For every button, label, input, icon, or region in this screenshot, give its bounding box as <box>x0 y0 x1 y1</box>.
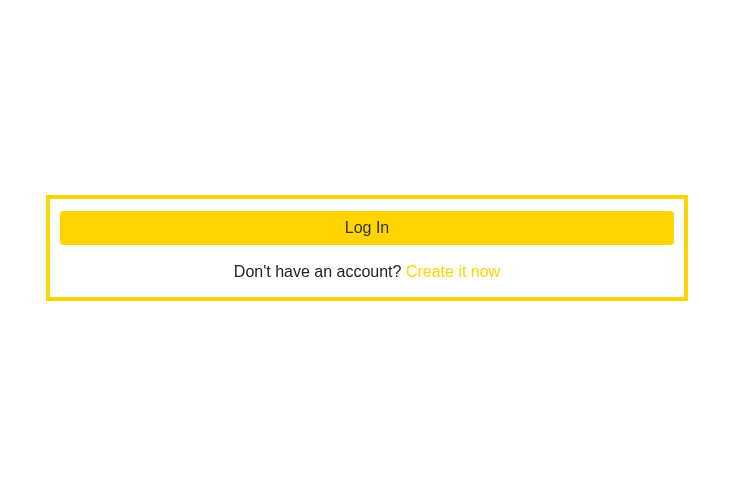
login-card: Log In Don't have an account? Create it … <box>46 195 688 301</box>
login-button[interactable]: Log In <box>60 211 674 245</box>
create-account-link[interactable]: Create it now <box>406 263 500 280</box>
signup-prompt: Don't have an account? Create it now <box>60 263 674 281</box>
signup-prompt-text: Don't have an account? <box>234 263 406 280</box>
